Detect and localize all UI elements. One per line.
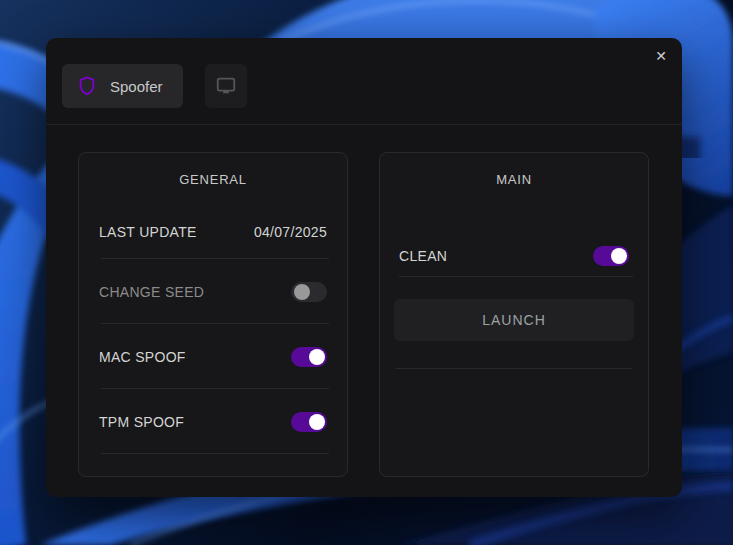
panel-general-title: GENERAL: [79, 153, 347, 205]
monitor-icon: [215, 75, 237, 97]
panel-main-title: MAIN: [380, 153, 648, 205]
change-seed-toggle[interactable]: [291, 282, 327, 302]
clean-label: CLEAN: [399, 248, 447, 264]
last-update-value: 04/07/2025: [254, 224, 327, 240]
spoofer-app-window: ✕ Spoofer: [46, 38, 682, 497]
toggle-knob: [309, 349, 325, 365]
tab-spoofer-label: Spoofer: [110, 78, 163, 95]
toggle-knob: [309, 414, 325, 430]
spacer: [380, 205, 648, 235]
launch-button[interactable]: LAUNCH: [394, 299, 634, 341]
panel-main: MAIN CLEAN LAUNCH: [379, 152, 649, 477]
row-divider: [399, 276, 633, 277]
panel-general: GENERAL LAST UPDATE 04/07/2025 CHANGE SE…: [78, 152, 348, 477]
row-mac-spoof: MAC SPOOF: [79, 324, 347, 389]
mac-spoof-label: MAC SPOOF: [99, 349, 186, 365]
mac-spoof-toggle[interactable]: [291, 347, 327, 367]
tpm-spoof-label: TPM SPOOF: [99, 414, 184, 430]
row-change-seed: CHANGE SEED: [79, 259, 347, 324]
change-seed-label: CHANGE SEED: [99, 284, 204, 300]
shield-icon: [76, 75, 98, 97]
row-divider: [101, 453, 329, 454]
tab-spoofer[interactable]: Spoofer: [62, 64, 183, 108]
tab-bar: Spoofer: [62, 64, 247, 108]
last-update-label: LAST UPDATE: [99, 224, 197, 240]
tpm-spoof-toggle[interactable]: [291, 412, 327, 432]
clean-toggle[interactable]: [593, 246, 629, 266]
section-divider: [396, 368, 632, 369]
row-clean: CLEAN: [380, 235, 648, 277]
close-button[interactable]: ✕: [650, 45, 672, 67]
row-last-update: LAST UPDATE 04/07/2025: [79, 205, 347, 259]
window-header: Spoofer: [46, 38, 682, 125]
tab-monitor[interactable]: [205, 64, 247, 108]
toggle-knob: [611, 248, 627, 264]
row-tpm-spoof: TPM SPOOF: [79, 389, 347, 454]
toggle-knob: [294, 284, 310, 300]
